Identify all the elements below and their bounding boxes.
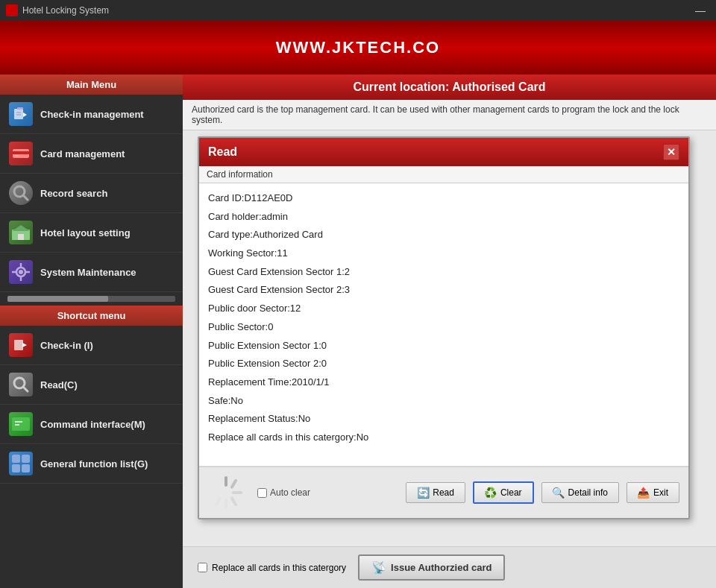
detail-info-btn-icon: 🔍: [553, 487, 565, 499]
command-shortcut-label: Command interface(M): [40, 419, 145, 430]
card-info-line: Card ID:D112AE0D: [208, 189, 679, 208]
replace-checkbox[interactable]: [198, 563, 207, 572]
exit-btn-label: Exit: [653, 487, 668, 498]
svg-marker-20: [22, 343, 27, 347]
read-button[interactable]: 🔄 Read: [406, 482, 465, 503]
svg-line-22: [23, 387, 28, 391]
sidebar-item-checkin-shortcut[interactable]: Check-in (I): [0, 326, 183, 365]
card-management-label: Card management: [40, 148, 125, 159]
svg-line-35: [216, 499, 220, 505]
card-info-line: Public door Sector:12: [208, 300, 679, 318]
svg-rect-28: [12, 464, 20, 472]
card-info-line: Public Sector:0: [208, 318, 679, 337]
general-shortcut-label: General function list(G): [40, 458, 148, 470]
sidebar-item-hotel-layout[interactable]: Hotel layout setting: [0, 213, 183, 253]
card-info-line: Guest Card Extension Sector 2:3: [208, 281, 679, 300]
svg-line-9: [23, 195, 28, 200]
system-maintenance-label: System Maintenance: [40, 267, 136, 278]
detail-info-btn-label: Detail info: [568, 487, 608, 498]
sidebar-item-record-search[interactable]: Record search: [0, 174, 183, 213]
scrollbar-container[interactable]: [0, 292, 183, 306]
sidebar-item-checkin-management[interactable]: Check-in management: [0, 95, 183, 134]
hotel-layout-icon: [9, 221, 33, 244]
svg-point-14: [19, 270, 23, 274]
svg-marker-4: [23, 113, 27, 117]
svg-line-31: [232, 481, 236, 487]
issue-btn-label: Issue Authorzied card: [391, 562, 492, 573]
clear-button[interactable]: ♻️ Clear: [473, 481, 534, 504]
app-title: Hotel Locking System: [22, 5, 109, 16]
clear-btn-label: Clear: [500, 487, 522, 498]
svg-rect-26: [12, 455, 20, 463]
issue-authorized-card-button[interactable]: 📡 Issue Authorzied card: [358, 554, 505, 581]
checkin-management-label: Check-in management: [40, 109, 144, 120]
svg-rect-19: [14, 340, 23, 350]
card-info-line: Replacement Time:2010/1/1: [208, 373, 679, 392]
svg-rect-7: [14, 155, 19, 157]
card-info-line: Replacement Status:No: [208, 410, 679, 429]
content-body: Read ✕ Card information Card ID:D112AE0D…: [183, 130, 716, 546]
svg-rect-0: [14, 109, 23, 119]
dialog-footer: Auto clear 🔄 Read ♻️ Clear 🔍 Detail info: [199, 467, 688, 518]
exit-button[interactable]: 📤 Exit: [626, 482, 679, 503]
sidebar-item-system-maintenance[interactable]: System Maintenance: [0, 253, 183, 292]
read-btn-label: Read: [433, 487, 454, 498]
card-info-area: Card ID:D112AE0DCard holder:adminCard ty…: [199, 183, 688, 467]
card-info-line: Card holder:admin: [208, 208, 679, 227]
card-info-line: Card type:Authorized Card: [208, 226, 679, 244]
card-info-line: Safe:No: [208, 392, 679, 411]
system-maintenance-icon: [9, 260, 33, 284]
replace-checkbox-text: Replace all cards in this catergory: [212, 563, 346, 573]
checkin-shortcut-icon: [9, 333, 33, 357]
spinner-icon: [208, 475, 244, 510]
svg-rect-12: [18, 234, 24, 240]
dialog-title: Read: [208, 145, 237, 159]
title-bar: Hotel Locking System —: [0, 0, 716, 21]
content-area: Current location: Authorised Card Author…: [183, 75, 716, 588]
card-info-line: Replace all cards in this catergory:No: [208, 429, 679, 447]
sidebar-item-general-shortcut[interactable]: General function list(G): [0, 444, 183, 484]
read-btn-icon: 🔄: [417, 487, 429, 499]
auto-clear-text: Auto clear: [270, 487, 310, 498]
auto-clear-checkbox-label[interactable]: Auto clear: [257, 487, 310, 498]
read-shortcut-icon: [9, 373, 33, 396]
clear-btn-icon: ♻️: [485, 487, 497, 499]
svg-line-33: [232, 499, 236, 505]
app-header: WWW.JKTECH.CO: [0, 21, 716, 75]
checkin-shortcut-label: Check-in (I): [40, 340, 93, 351]
command-shortcut-icon: [9, 412, 33, 436]
radio-icon: 📡: [371, 560, 386, 575]
main-layout: Main Menu Check-in management Card manag…: [0, 75, 716, 588]
dialog-title-bar: Read ✕: [199, 138, 688, 166]
record-search-label: Record search: [40, 188, 107, 199]
card-info-label: Card information: [199, 166, 688, 183]
exit-btn-icon: 📤: [638, 487, 650, 499]
card-info-line: Guest Card Extension Sector 1:2: [208, 263, 679, 282]
svg-marker-11: [12, 225, 30, 231]
sidebar-item-card-management[interactable]: Card management: [0, 134, 183, 174]
read-dialog: Read ✕ Card information Card ID:D112AE0D…: [198, 136, 690, 519]
card-info-line: Public Extension Sector 1:0: [208, 337, 679, 355]
auto-clear-checkbox[interactable]: [257, 488, 267, 498]
content-description: Authorized card is the top management ca…: [183, 100, 716, 130]
svg-rect-23: [12, 417, 30, 431]
detail-info-button[interactable]: 🔍 Detail info: [541, 482, 619, 503]
app-icon: [6, 4, 18, 16]
read-shortcut-label: Read(C): [40, 379, 78, 391]
svg-rect-27: [22, 455, 30, 463]
replace-checkbox-label[interactable]: Replace all cards in this catergory: [198, 563, 346, 573]
svg-rect-6: [13, 151, 29, 154]
dialog-close-button[interactable]: ✕: [663, 144, 679, 160]
bottom-area: Replace all cards in this catergory 📡 Is…: [183, 546, 716, 588]
content-header: Current location: Authorised Card: [183, 75, 716, 100]
sidebar-item-command-shortcut[interactable]: Command interface(M): [0, 405, 183, 444]
general-shortcut-icon: [9, 452, 33, 475]
sidebar: Main Menu Check-in management Card manag…: [0, 75, 183, 588]
minimize-button[interactable]: —: [691, 4, 710, 16]
sidebar-item-read-shortcut[interactable]: Read(C): [0, 365, 183, 405]
header-title: WWW.JKTECH.CO: [276, 38, 440, 57]
record-search-icon: [9, 181, 33, 205]
svg-line-37: [216, 481, 220, 487]
card-info-line: Public Extension Sector 2:0: [208, 355, 679, 373]
hotel-layout-label: Hotel layout setting: [40, 227, 131, 238]
